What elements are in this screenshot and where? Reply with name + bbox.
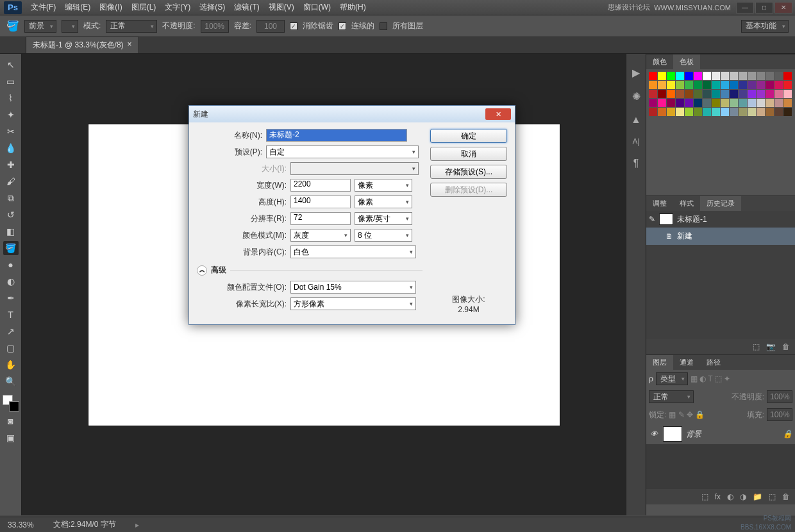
swatch[interactable] [748,99,756,107]
swatch[interactable] [712,99,720,107]
menu-filter[interactable]: 滤镜(T) [234,2,259,13]
link-icon[interactable]: ⬚ [701,492,708,501]
color-swatches[interactable] [3,395,19,411]
swatch[interactable] [730,90,738,98]
swatch[interactable] [766,81,774,89]
swatch[interactable] [783,108,792,116]
swatch[interactable] [694,81,702,89]
swatch[interactable] [685,81,693,89]
menu-edit[interactable]: 编辑(E) [65,2,90,13]
name-input[interactable]: 未标题-2 [266,129,407,142]
swatch[interactable] [774,72,783,80]
swatch[interactable] [783,99,792,107]
swatch[interactable] [667,99,675,107]
swatch[interactable] [739,108,747,116]
swatch[interactable] [658,108,666,116]
swatch[interactable] [730,108,738,116]
menu-file[interactable]: 文件(F) [31,2,56,13]
histogram-icon[interactable]: ▲ [631,114,641,126]
height-input[interactable]: 1400 [290,195,351,208]
swatch[interactable] [739,81,747,89]
menu-layer[interactable]: 图层(L) [131,2,156,13]
zoom-tool[interactable]: 🔍 [3,374,19,388]
close-button[interactable]: ✕ [774,2,792,13]
history-step[interactable]: 🗎 新建 [646,228,795,245]
blend-mode-dropdown[interactable]: 正常 [106,20,157,33]
menu-type[interactable]: 文字(Y) [165,2,190,13]
cancel-button[interactable]: 取消 [430,147,507,161]
crop-tool[interactable]: ✂ [3,124,19,138]
swatch[interactable] [667,72,675,80]
contiguous-checkbox[interactable]: ✓ [339,22,346,30]
background-dropdown[interactable]: 白色 [290,245,416,258]
history-document[interactable]: ✎ 未标题-1 [646,211,795,228]
tolerance-input[interactable]: 100 [256,20,285,33]
swatch[interactable] [757,90,765,98]
tab-layers[interactable]: 图层 [646,355,673,370]
tab-paths[interactable]: 路径 [700,355,727,370]
bit-depth-dropdown[interactable]: 8 位 [355,229,412,242]
fx-icon[interactable]: fx [715,492,721,501]
new-layer-icon[interactable]: ⬚ [769,492,776,501]
eraser-tool[interactable]: ◧ [3,224,19,238]
swatch[interactable] [757,81,765,89]
swatch[interactable] [721,99,729,107]
swatch[interactable] [730,81,738,89]
close-icon[interactable]: × [128,40,132,51]
swatch[interactable] [748,108,756,116]
swatch[interactable] [766,72,774,80]
wand-tool[interactable]: ✦ [3,108,19,122]
preset-dropdown[interactable]: 自定 [266,145,419,158]
swatch[interactable] [774,99,783,107]
new-snapshot-icon[interactable]: ⬚ [753,342,760,351]
tab-styles[interactable]: 样式 [673,196,700,211]
swatch[interactable] [712,108,720,116]
save-preset-button[interactable]: 存储预设(S)... [430,165,507,179]
swatch[interactable] [649,90,657,98]
swatch[interactable] [712,90,720,98]
dodge-tool[interactable]: ◐ [3,274,19,288]
swatch[interactable] [694,72,702,80]
tab-history[interactable]: 历史记录 [700,196,741,211]
heal-tool[interactable]: ✚ [3,158,19,172]
swatch[interactable] [757,99,765,107]
swatch[interactable] [766,99,774,107]
quickmask-tool[interactable]: ◙ [3,414,19,428]
pattern-picker[interactable] [62,20,78,33]
stamp-tool[interactable]: ⧉ [3,191,19,205]
aspect-dropdown[interactable]: 方形像素 [290,297,416,310]
swatch[interactable] [676,108,684,116]
tab-swatches[interactable]: 色板 [673,54,700,69]
blur-tool[interactable]: ● [3,258,19,272]
swatch[interactable] [685,72,693,80]
swatch[interactable] [703,108,711,116]
swatch[interactable] [748,90,756,98]
swatch[interactable] [649,99,657,107]
group-icon[interactable]: 📁 [753,492,762,501]
minimize-button[interactable]: — [736,2,754,13]
swatch[interactable] [739,72,747,80]
swatch[interactable] [685,90,693,98]
swatch[interactable] [721,90,729,98]
swatch[interactable] [703,81,711,89]
menu-help[interactable]: 帮助(H) [340,2,366,13]
swatch[interactable] [667,90,675,98]
swatch[interactable] [685,99,693,107]
fill-source-dropdown[interactable]: 前景 [24,20,56,33]
layer-fill-input[interactable]: 100% [767,408,792,421]
swatch[interactable] [658,99,666,107]
swatch[interactable] [676,81,684,89]
swatch[interactable] [757,72,765,80]
swatch[interactable] [774,81,783,89]
tab-channels[interactable]: 通道 [673,355,700,370]
swatch[interactable] [703,72,711,80]
all-layers-checkbox[interactable] [380,22,387,30]
resolution-input[interactable]: 72 [290,212,351,225]
screenmode-tool[interactable]: ▣ [3,431,19,445]
tab-adjustments[interactable]: 调整 [646,196,673,211]
swatch[interactable] [774,90,783,98]
tab-color[interactable]: 颜色 [646,54,673,69]
camera-icon[interactable]: 📷 [766,342,776,351]
swatch[interactable] [730,72,738,80]
opacity-input[interactable]: 100% [201,20,229,33]
